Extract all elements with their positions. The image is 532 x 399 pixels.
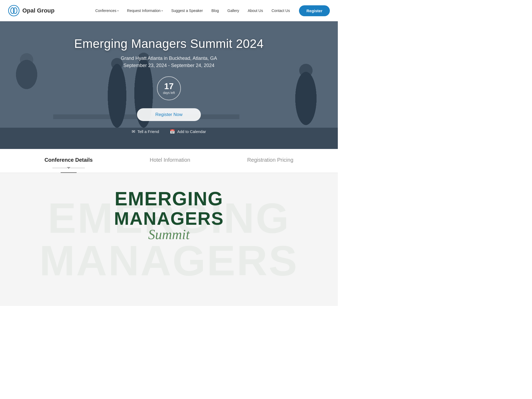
hero-content: Emerging Managers Summit 2024 Grand Hyat… <box>69 31 269 139</box>
envelope-icon: ✉ <box>132 129 135 134</box>
countdown-number: 17 <box>164 82 174 90</box>
add-calendar-action[interactable]: 📅 Add to Calendar <box>170 129 206 134</box>
opal-logo-icon <box>8 5 20 16</box>
register-now-button[interactable]: Register Now <box>137 108 201 121</box>
logo-text: Opal Group <box>22 7 55 14</box>
calendar-icon: 📅 <box>170 129 175 134</box>
tell-friend-action[interactable]: ✉ Tell a Friend <box>132 129 159 134</box>
emerging-title-line2: MANAGERS <box>114 209 224 228</box>
nav-about-us[interactable]: About Us <box>244 6 267 15</box>
nav-suggest-speaker[interactable]: Suggest a Speaker <box>168 6 207 15</box>
nav-request-information[interactable]: Request Information ▾ <box>123 6 167 15</box>
nav-blog[interactable]: Blog <box>208 6 223 15</box>
tab-conference-details[interactable]: Conference Details <box>39 149 98 173</box>
nav-contact-us[interactable]: Contact Us <box>268 6 294 15</box>
emerging-managers-logo: EMERGING MANAGERS Summit <box>114 189 224 242</box>
tabs-section: Conference Details Hotel Information Reg… <box>0 149 338 173</box>
hero-dates: September 23, 2024 - September 24, 2024 <box>74 63 264 68</box>
tell-friend-label: Tell a Friend <box>137 129 159 134</box>
nav-conferences[interactable]: Conferences ▾ <box>92 6 122 15</box>
header: Opal Group Conferences ▾ Request Informa… <box>0 0 338 21</box>
hero-actions: ✉ Tell a Friend 📅 Add to Calendar <box>74 129 264 134</box>
svg-point-0 <box>9 5 19 16</box>
chevron-down-icon: ▾ <box>117 9 119 12</box>
countdown-circle: 17 days left <box>157 76 181 100</box>
main-nav: Conferences ▾ Request Information ▾ Sugg… <box>92 6 294 15</box>
svg-point-2 <box>13 8 17 14</box>
tab-hotel-information[interactable]: Hotel Information <box>144 149 196 173</box>
register-button[interactable]: Register <box>299 5 330 16</box>
hero-section: Emerging Managers Summit 2024 Grand Hyat… <box>0 21 338 149</box>
content-section: EMERGINGMANAGERS EMERGING MANAGERS Summi… <box>0 173 338 306</box>
tab-registration-pricing[interactable]: Registration Pricing <box>242 149 298 173</box>
emerging-title-line1: EMERGING <box>114 189 224 209</box>
nav-gallery[interactable]: Gallery <box>224 6 243 15</box>
emerging-title-cursive: Summit <box>114 227 224 242</box>
add-calendar-label: Add to Calendar <box>177 129 206 134</box>
logo-link[interactable]: Opal Group <box>8 5 55 16</box>
hero-venue: Grand Hyatt Atlanta in Buckhead, Atlanta… <box>74 56 264 61</box>
chevron-down-icon: ▾ <box>161 9 163 12</box>
countdown-label: days left <box>163 91 175 95</box>
hero-title: Emerging Managers Summit 2024 <box>74 36 264 51</box>
